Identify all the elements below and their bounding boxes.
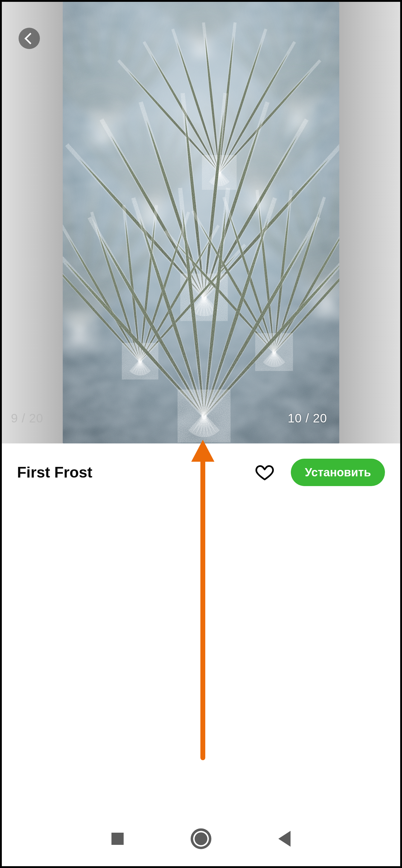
wallpaper-info-bar: First Frost Установить bbox=[2, 443, 400, 501]
nav-recent-apps-button[interactable] bbox=[112, 833, 124, 845]
android-nav-bar bbox=[2, 811, 400, 866]
carousel-page-counter: 10 / 20 bbox=[288, 411, 327, 425]
favorite-button[interactable] bbox=[255, 463, 274, 482]
wallpaper-title: First Frost bbox=[17, 464, 92, 481]
svg-rect-3 bbox=[63, 2, 339, 443]
carousel-next-peek[interactable] bbox=[339, 2, 400, 443]
install-button[interactable]: Установить bbox=[291, 459, 385, 486]
install-button-label: Установить bbox=[305, 466, 371, 479]
chevron-left-icon bbox=[24, 33, 36, 44]
wallpaper-preview-image[interactable] bbox=[63, 2, 339, 443]
heart-outline-icon bbox=[255, 463, 274, 482]
carousel-prev-counter: 9 / 20 bbox=[11, 411, 43, 425]
back-button[interactable] bbox=[19, 28, 40, 49]
phone-screenshot-frame: 9 / 20 10 / 20 First Frost Установить bbox=[0, 0, 402, 868]
wallpaper-carousel[interactable]: 9 / 20 10 / 20 bbox=[2, 2, 400, 443]
nav-home-button[interactable] bbox=[191, 828, 211, 849]
nav-back-button[interactable] bbox=[278, 831, 290, 847]
carousel-prev-peek[interactable] bbox=[2, 2, 63, 443]
